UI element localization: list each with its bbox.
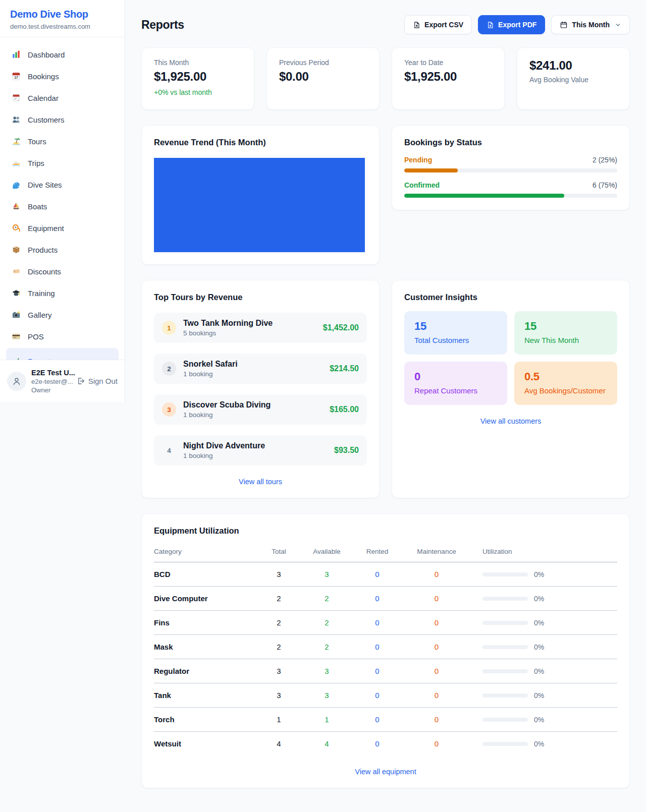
page-header: Reports Export CSV Export PDF This Month [141, 15, 630, 34]
cell-available: 3 [303, 562, 351, 587]
status-label: Confirmed [404, 181, 440, 189]
cell-category: Fins [154, 611, 255, 635]
sidebar-item-tours[interactable]: Tours [6, 131, 119, 151]
utilization-percent: 0% [534, 595, 544, 603]
rank-badge: 4 [162, 443, 176, 457]
sidebar-item-training[interactable]: Training [6, 283, 119, 303]
user-section: E2E Test U... e2e-tester@... Owner Sign … [0, 360, 125, 402]
sign-out-button[interactable]: Sign Out [76, 377, 118, 385]
view-all-equipment-link[interactable]: View all equipment [154, 768, 617, 776]
metric-total-customers: 15 Total Customers [404, 311, 507, 355]
user-name: E2E Test U... [31, 369, 71, 377]
metric-avg-bookings-per-customer: 0.5 Avg Bookings/Customer [514, 362, 617, 405]
utilization-bar [482, 693, 528, 698]
utilization-bar [482, 645, 528, 649]
progress-fill-pending [404, 168, 458, 172]
sidebar-item-label: Tours [28, 137, 46, 146]
tour-row: 1 Two Tank Morning Dive 5 bookings $1,45… [154, 313, 367, 343]
table-row: Mask 2 2 0 0 0% [154, 635, 617, 659]
sidebar-item-bookings[interactable]: 17 Bookings [6, 66, 119, 86]
rank-badge: 2 [162, 362, 176, 376]
tag-icon [11, 266, 21, 276]
stat-card-avg-booking-value: $241.00 Avg Booking Value [517, 47, 630, 110]
stat-value: $1,925.00 [404, 70, 492, 84]
sidebar-item-calendar[interactable]: Calendar [6, 88, 119, 108]
cell-total: 2 [255, 587, 303, 611]
stat-label: Previous Period [279, 59, 367, 67]
sidebar-item-products[interactable]: Products [6, 240, 119, 260]
cell-total: 3 [255, 659, 303, 683]
tour-row: 4 Night Dive Adventure 1 booking $93.50 [154, 435, 367, 466]
sidebar-item-label: Customers [28, 115, 65, 124]
utilization-bar [482, 572, 528, 576]
sidebar-item-label: Dashboard [28, 50, 65, 59]
sidebar-item-label: Discounts [28, 267, 61, 276]
sidebar-item-discounts[interactable]: Discounts [6, 261, 119, 281]
panel-title: Revenue Trend (This Month) [154, 138, 367, 147]
view-all-tours-link[interactable]: View all tours [154, 478, 367, 486]
metric-label: New This Month [524, 336, 607, 344]
period-label: This Month [572, 21, 610, 29]
progress-fill-confirmed [404, 194, 564, 198]
cell-available: 3 [303, 683, 351, 708]
utilization-percent: 0% [534, 619, 544, 627]
sidebar-item-label: Calendar [28, 94, 59, 102]
progress-track [404, 194, 617, 198]
export-pdf-label: Export PDF [498, 21, 536, 29]
cell-utilization: 0% [469, 659, 617, 683]
utilization-bar [482, 621, 528, 625]
camera-icon [11, 310, 21, 320]
sidebar-item-label: Gallery [28, 311, 52, 319]
cell-utilization: 0% [469, 683, 617, 708]
metric-new-this-month: 15 New This Month [514, 311, 617, 355]
cell-category: Dive Computer [154, 587, 255, 611]
tour-name: Snorkel Safari [183, 360, 238, 369]
utilization-percent: 0% [534, 667, 544, 675]
utilization-percent: 0% [534, 691, 544, 700]
utilization-bar [482, 718, 528, 722]
svg-text:17: 17 [14, 76, 18, 79]
package-icon [11, 245, 21, 255]
sidebar-item-customers[interactable]: Customers [6, 109, 119, 130]
sidebar-item-gallery[interactable]: Gallery [6, 305, 119, 325]
sidebar-item-boats[interactable]: Boats [6, 196, 119, 216]
metric-value: 0 [414, 370, 497, 383]
file-download-icon [413, 21, 420, 29]
utilization-bar [482, 669, 528, 673]
export-pdf-button[interactable]: Export PDF [478, 15, 545, 34]
export-csv-label: Export CSV [424, 21, 463, 29]
cell-available: 4 [303, 732, 351, 756]
cell-maintenance: 0 [404, 708, 469, 732]
stat-card-this-month: This Month $1,925.00 +0% vs last month [141, 47, 254, 110]
insights-row: Top Tours by Revenue 1 Two Tank Morning … [141, 280, 630, 498]
metric-label: Repeat Customers [414, 386, 497, 395]
sidebar-item-trips[interactable]: Trips [6, 153, 119, 173]
sidebar-item-dashboard[interactable]: Dashboard [6, 44, 119, 65]
cell-available: 3 [303, 659, 351, 683]
tour-name: Night Dive Adventure [183, 441, 265, 450]
sidebar-item-label: Bookings [28, 72, 59, 81]
metric-repeat-customers: 0 Repeat Customers [404, 362, 507, 405]
stat-value: $0.00 [279, 70, 367, 84]
utilization-percent: 0% [534, 716, 544, 724]
period-selector[interactable]: This Month [551, 15, 630, 34]
sidebar-item-equipment[interactable]: Equipment [6, 218, 119, 238]
export-csv-button[interactable]: Export CSV [404, 15, 472, 34]
tour-revenue: $165.00 [330, 405, 359, 414]
sidebar-item-pos[interactable]: POS [6, 326, 119, 346]
status-row-confirmed: Confirmed 6 (75%) [404, 181, 617, 198]
sidebar-item-dive-sites[interactable]: Dive Sites [6, 175, 119, 195]
credit-card-icon [11, 331, 21, 341]
cell-category: Torch [154, 708, 255, 732]
status-label: Pending [404, 156, 432, 164]
user-meta: E2E Test U... e2e-tester@... Owner [31, 369, 71, 394]
cell-category: Regulator [154, 659, 255, 683]
table-row: Dive Computer 2 2 0 0 0% [154, 587, 617, 611]
metric-value: 15 [524, 320, 607, 333]
cell-available: 2 [303, 635, 351, 659]
stat-label: Avg Booking Value [529, 76, 617, 84]
island-icon [11, 136, 21, 146]
view-all-customers-link[interactable]: View all customers [404, 417, 617, 425]
cell-maintenance: 0 [404, 611, 469, 635]
cell-available: 2 [303, 587, 351, 611]
